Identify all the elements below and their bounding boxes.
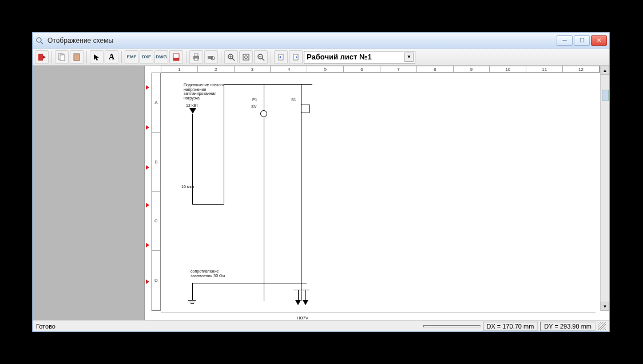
chevron-down-icon: ▼ [404, 53, 414, 62]
paste-button[interactable] [70, 50, 84, 64]
ruler-col: 1 [161, 66, 198, 72]
drawing-area[interactable]: 123456789101112 ABCD Подключение низкого… [145, 66, 609, 320]
svg-point-21 [245, 55, 248, 58]
marker-icon [146, 85, 149, 90]
print-preview-button[interactable] [204, 50, 218, 64]
arrow-down-icon [303, 300, 308, 305]
titlebar: Отображение схемы ─ ☐ ✕ [33, 33, 609, 49]
ruler-row: B [152, 133, 160, 192]
ruler-col: 7 [380, 66, 417, 72]
ruler-col: 4 [271, 66, 307, 72]
marker-icon [146, 125, 149, 130]
svg-rect-5 [60, 55, 65, 61]
s1-label: S1 [291, 98, 296, 102]
ruler-col: 12 [563, 66, 600, 72]
export-dwg-button[interactable]: DWG [154, 50, 168, 64]
marker-icon [146, 203, 149, 207]
svg-rect-10 [173, 58, 179, 61]
app-window: Отображение схемы ─ ☐ ✕ A EMF DXF DWG [32, 32, 610, 332]
svg-rect-20 [243, 54, 249, 60]
marker-icon [146, 165, 149, 170]
export-pdf-button[interactable] [169, 50, 183, 64]
ruler-row: C [152, 192, 160, 251]
footer-label: H07V [297, 316, 308, 320]
sheet-selector[interactable]: Рабочий лист №1 ▼ [304, 51, 415, 63]
ruler-col: 5 [307, 66, 344, 72]
side-panel [33, 66, 145, 320]
zoom-out-button[interactable] [254, 50, 268, 64]
vertical-scrollbar[interactable]: ▲ ▼ [600, 66, 609, 311]
power-label: 12 КВт [186, 103, 198, 108]
minimize-button[interactable]: ─ [557, 35, 573, 46]
svg-point-0 [37, 38, 41, 42]
arrow-down-icon [295, 300, 301, 305]
ruler-col: 6 [344, 66, 380, 72]
svg-rect-12 [195, 54, 198, 56]
ruler-row: A [152, 73, 160, 133]
ruler-col: 9 [454, 66, 490, 72]
ruler-col: 10 [490, 66, 526, 72]
svg-rect-2 [38, 54, 43, 61]
ground-label: сопротивление заземления 50 Ом [190, 269, 231, 278]
ruler-col: 3 [235, 66, 271, 72]
status-dy: DY = 293.90 mm [540, 322, 596, 331]
export-emf-button[interactable]: EMF [125, 50, 138, 64]
resize-grip-icon[interactable] [598, 322, 606, 330]
svg-marker-8 [94, 54, 99, 61]
statusbar: Готово DX = 170.70 mm DY = 293.90 mm [33, 320, 609, 331]
status-empty-cell [423, 325, 481, 327]
svg-line-1 [41, 42, 43, 44]
svg-rect-7 [76, 53, 78, 55]
marker-icon [146, 243, 149, 247]
schematic-canvas[interactable]: Подключение низкого напряжения запланиро… [161, 73, 600, 320]
ruler-col: 2 [198, 66, 235, 72]
status-dx: DX = 170.70 mm [483, 322, 538, 331]
marker-column [145, 73, 152, 311]
zoom-in-button[interactable] [224, 50, 238, 64]
next-sheet-button[interactable] [289, 50, 303, 64]
toolbar: A EMF DXF DWG Рабочий [33, 49, 609, 66]
status-ready: Готово [36, 323, 55, 330]
prev-sheet-button[interactable] [274, 50, 288, 64]
cable-label: 16 мкм [181, 185, 194, 189]
load-label: Подключение низкого напряжения запланиро… [184, 83, 229, 101]
ruler-col: 11 [526, 66, 563, 72]
p1-label: P1 [252, 98, 257, 102]
text-tool[interactable]: A [105, 50, 118, 64]
print-button[interactable] [189, 50, 203, 64]
svg-line-23 [262, 58, 264, 61]
ruler-row: D [152, 251, 160, 310]
scroll-down-icon[interactable]: ▼ [601, 302, 609, 311]
row-ruler: ABCD [152, 73, 161, 311]
scroll-up-icon[interactable]: ▲ [601, 66, 609, 75]
copy-button[interactable] [55, 50, 69, 64]
sv-label: SV [251, 105, 256, 109]
sheet-selector-value: Рабочий лист №1 [307, 53, 372, 61]
scroll-thumb[interactable] [602, 90, 609, 101]
svg-line-17 [232, 58, 235, 61]
window-title: Отображение схемы [47, 37, 113, 45]
export-dxf-button[interactable]: DXF [140, 50, 153, 64]
content-area: 123456789101112 ABCD Подключение низкого… [33, 66, 609, 320]
app-icon [35, 36, 44, 45]
svg-rect-13 [195, 58, 198, 61]
meter-symbol [260, 110, 267, 117]
ruler-col: 8 [417, 66, 454, 72]
maximize-button[interactable]: ☐ [574, 35, 590, 46]
arrow-down-icon [189, 108, 196, 114]
column-ruler: 123456789101112 [161, 66, 600, 73]
close-button[interactable]: ✕ [591, 35, 607, 46]
marker-icon [146, 279, 149, 284]
zoom-fit-button[interactable] [239, 50, 253, 64]
svg-rect-14 [208, 56, 213, 59]
svg-marker-3 [43, 55, 46, 59]
select-tool[interactable] [90, 50, 104, 64]
exit-button[interactable] [35, 50, 49, 64]
